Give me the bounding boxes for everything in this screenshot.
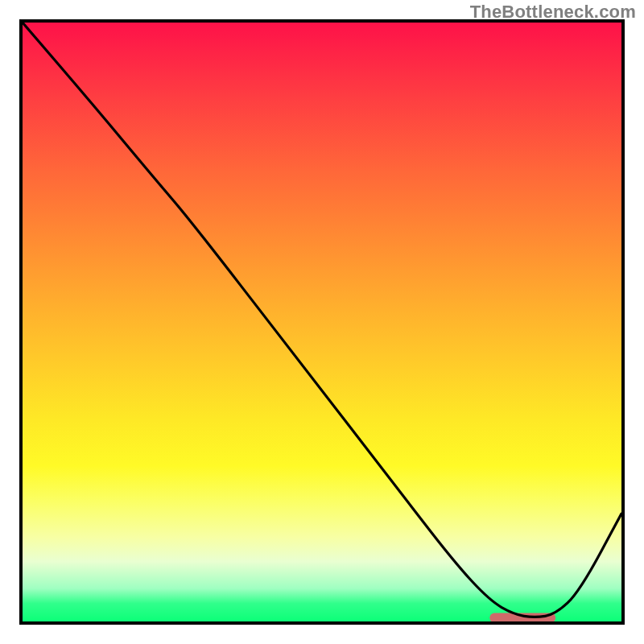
- watermark-text: TheBottleneck.com: [470, 2, 636, 23]
- chart-container: TheBottleneck.com: [0, 0, 644, 644]
- plot-overlay: [23, 23, 621, 621]
- plot-area: [19, 19, 625, 625]
- curve-line: [23, 23, 621, 617]
